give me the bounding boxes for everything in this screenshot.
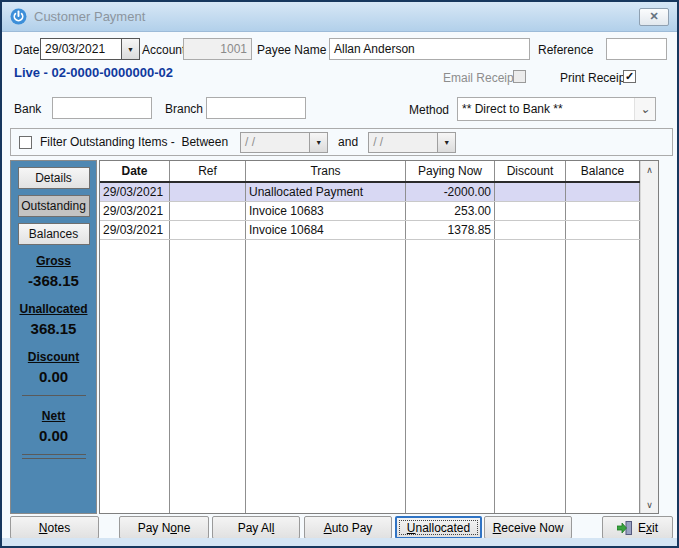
receive-now-button[interactable]: Receive Now — [484, 516, 572, 539]
cell-balance — [566, 183, 640, 201]
cell-trans: Invoice 10683 — [246, 202, 406, 220]
tab-balances[interactable]: Balances — [18, 223, 90, 245]
column-header-discount[interactable]: Discount — [495, 161, 566, 181]
window-bottom-strip — [2, 538, 677, 546]
grid-column-fill — [246, 240, 406, 513]
exit-button[interactable]: Exit — [602, 516, 673, 539]
scroll-down-icon[interactable]: ∨ — [641, 496, 658, 513]
exit-button-label: Exit — [638, 521, 658, 535]
date-label: Date — [14, 43, 39, 57]
table-row[interactable]: 29/03/2021 Invoice 10683 253.00 — [100, 202, 640, 221]
cell-discount[interactable] — [495, 183, 566, 201]
column-header-date[interactable]: Date — [100, 161, 170, 181]
cell-date: 29/03/2021 — [100, 221, 170, 239]
column-header-trans[interactable]: Trans — [246, 161, 406, 181]
pay-none-button-label: Pay None — [138, 521, 191, 535]
method-label: Method — [409, 103, 449, 117]
cell-paying-now[interactable]: 253.00 — [406, 202, 495, 220]
cell-discount[interactable] — [495, 202, 566, 220]
tab-details[interactable]: Details — [18, 167, 90, 189]
close-icon: ✕ — [649, 10, 658, 23]
cell-discount[interactable] — [495, 221, 566, 239]
print-receipt-label: Print Receipt — [560, 71, 629, 85]
titlebar: Customer Payment ✕ — [2, 2, 677, 32]
bank-input[interactable] — [52, 97, 152, 119]
dropdown-arrow-icon: ▼ — [309, 133, 327, 152]
unallocated-label: Unallocated — [11, 302, 96, 316]
tab-outstanding[interactable]: Outstanding — [18, 195, 90, 217]
filter-from-date-combobox: / / ▼ — [240, 132, 328, 153]
pay-all-button-label: Pay All — [238, 521, 275, 535]
cell-trans: Unallocated Payment — [246, 183, 406, 201]
exit-door-icon — [617, 521, 632, 535]
payee-name-label: Payee Name — [257, 43, 326, 57]
scroll-up-icon[interactable]: ∧ — [641, 161, 658, 178]
table-row[interactable]: 29/03/2021 Unallocated Payment -2000.00 — [100, 183, 640, 202]
window-title: Customer Payment — [34, 9, 145, 24]
gross-label: Gross — [11, 254, 96, 268]
date-value: 29/03/2021 — [41, 39, 121, 59]
grid-column-fill — [495, 240, 566, 513]
date-combobox[interactable]: 29/03/2021 ▼ — [40, 38, 140, 60]
column-header-balance[interactable]: Balance — [566, 161, 640, 181]
cell-paying-now[interactable]: -2000.00 — [406, 183, 495, 201]
print-receipt-checkbox[interactable]: ✓ — [623, 70, 636, 83]
email-receipt-checkbox — [513, 70, 526, 83]
transactions-table: Date Ref Trans Paying Now Discount Balan… — [99, 160, 659, 514]
grid-column-fill — [170, 240, 246, 513]
dropdown-glyph: ▼ — [127, 46, 134, 53]
check-icon: ✓ — [625, 71, 634, 82]
method-combobox[interactable]: ** Direct to Bank ** ⌄ — [457, 97, 656, 121]
receive-now-button-label: Receive Now — [493, 521, 564, 535]
filter-label: Filter Outstanding Items - Between — [40, 135, 228, 149]
table-row[interactable]: 29/03/2021 Invoice 10684 1378.85 — [100, 221, 640, 240]
unallocated-button-label: Unallocated — [407, 521, 470, 535]
vertical-scrollbar[interactable]: ∧ ∨ — [640, 161, 658, 513]
auto-pay-button[interactable]: Auto Pay — [304, 516, 392, 539]
double-divider-bottom — [22, 458, 86, 459]
cell-date: 29/03/2021 — [100, 202, 170, 220]
discount-total: Discount 0.00 — [11, 350, 96, 385]
power-icon — [10, 8, 27, 25]
filter-outstanding-checkbox[interactable] — [19, 136, 32, 149]
method-value: ** Direct to Bank ** — [458, 98, 634, 120]
reference-input[interactable] — [606, 38, 667, 60]
auto-pay-button-label: Auto Pay — [324, 521, 373, 535]
dropdown-arrow-icon[interactable]: ▼ — [121, 39, 139, 59]
unallocated-value: 368.15 — [11, 320, 96, 337]
email-receipt-label: Email Receipt — [443, 71, 517, 85]
nett-value: 0.00 — [11, 427, 96, 444]
gross-value: -368.15 — [11, 272, 96, 289]
dropdown-glyph: ▼ — [443, 139, 450, 146]
nett-label: Nett — [11, 409, 96, 423]
column-header-ref[interactable]: Ref — [170, 161, 246, 181]
pay-none-button[interactable]: Pay None — [119, 516, 209, 539]
reference-label: Reference — [538, 43, 593, 57]
filter-to-date-combobox: / / ▼ — [368, 132, 456, 153]
sidebar-panel: Details Outstanding Balances Gross -368.… — [10, 160, 97, 514]
payee-name-input[interactable]: Allan Anderson — [329, 38, 530, 60]
pay-all-button[interactable]: Pay All — [212, 516, 300, 539]
notes-button[interactable]: Notes — [10, 516, 99, 539]
grid-column-fill — [566, 240, 640, 513]
account-value: 1001 — [220, 42, 247, 56]
gross-total: Gross -368.15 — [11, 254, 96, 289]
cell-ref — [170, 221, 246, 239]
unallocated-button[interactable]: Unallocated — [395, 516, 482, 539]
chevron-glyph: ⌄ — [640, 102, 650, 116]
table-header-row: Date Ref Trans Paying Now Discount Balan… — [100, 161, 640, 183]
branch-input[interactable] — [206, 97, 306, 119]
filter-groupbox: Filter Outstanding Items - Between / / ▼… — [10, 128, 673, 156]
dropdown-arrow-icon: ▼ — [437, 133, 455, 152]
close-button[interactable]: ✕ — [639, 8, 669, 26]
filter-from-value: / / — [241, 133, 309, 152]
discount-label: Discount — [11, 350, 96, 364]
dropdown-glyph: ▼ — [315, 139, 322, 146]
chevron-down-icon[interactable]: ⌄ — [634, 98, 655, 120]
cell-paying-now[interactable]: 1378.85 — [406, 221, 495, 239]
account-label: Account — [142, 43, 185, 57]
column-header-paying-now[interactable]: Paying Now — [406, 161, 495, 181]
cell-ref — [170, 202, 246, 220]
payee-name-value: Allan Anderson — [334, 42, 415, 56]
branch-label: Branch — [165, 102, 203, 116]
